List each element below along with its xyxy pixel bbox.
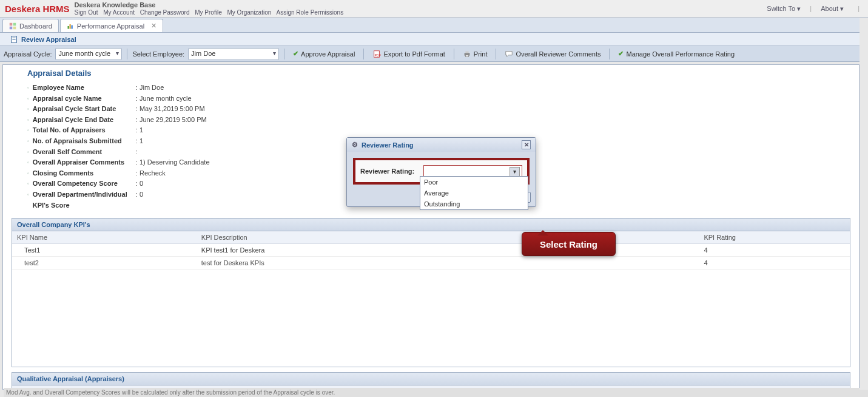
comment-icon <box>505 50 513 58</box>
detail-row: ◦Appraisal cycle Name: June month cycle <box>27 93 849 104</box>
manage-rating-button[interactable]: ✔Manage Overall Performance Rating <box>614 49 738 59</box>
switch-to-menu[interactable]: Switch To ▾ <box>767 5 801 12</box>
svg-rect-4 <box>67 26 69 29</box>
check-icon: ✔ <box>293 50 298 58</box>
tab-performance-appraisal[interactable]: Performance Appraisal ✕ <box>60 19 163 32</box>
logo-secondary: HRMS <box>42 4 69 14</box>
header-right: Switch To ▾ | About ▾ | <box>763 5 863 13</box>
reviewer-rating-combo[interactable] <box>423 165 522 177</box>
highlighted-field-frame: Reviewer Rating: Poor Average Outstandin… <box>353 158 530 185</box>
pdf-icon: PDF <box>372 50 381 58</box>
dashboard-icon <box>9 22 16 30</box>
col-kpi-name: KPI Name <box>12 231 197 244</box>
chart-icon <box>67 22 74 30</box>
cycle-label: Appraisal Cycle: <box>4 50 52 58</box>
detail-row: ◦Total No. of Appraisers: 1 <box>27 125 849 136</box>
header-title-block: Deskera Knowledge Base Sign Out My Accou… <box>75 1 348 15</box>
link-assign-role[interactable]: Assign Role Permissions <box>277 9 344 16</box>
dialog-titlebar[interactable]: ⚙ Reviewer Rating ✕ <box>347 138 536 152</box>
tab-close-icon[interactable]: ✕ <box>151 22 156 30</box>
rating-option-average[interactable]: Average <box>420 188 528 198</box>
col-kpi-rating: KPI Rating <box>699 231 850 244</box>
header-links: Sign Out My Account Change Password My P… <box>75 9 348 16</box>
svg-rect-13 <box>465 51 468 53</box>
link-sign-out[interactable]: Sign Out <box>75 9 98 16</box>
rating-option-outstanding[interactable]: Outstanding <box>420 198 528 209</box>
rating-option-poor[interactable]: Poor <box>420 177 528 188</box>
footer-note: Mod Avg. and Overall Competency Scores w… <box>4 388 868 397</box>
tab-dashboard[interactable]: Dashboard <box>2 19 59 32</box>
reviewer-rating-dropdown: Poor Average Outstanding <box>420 176 528 210</box>
link-my-profile[interactable]: My Profile <box>195 9 221 16</box>
dialog-close-button[interactable]: ✕ <box>522 140 531 149</box>
about-menu[interactable]: About ▾ <box>821 5 844 12</box>
company-kpi-table: KPI Name KPI Description KPI Weightage K… <box>12 231 850 270</box>
content-area: Appraisal Details ◦Employee Name: Jim Do… <box>2 64 860 390</box>
approve-appraisal-button[interactable]: ✔Approve Appraisal <box>289 49 358 59</box>
link-change-password[interactable]: Change Password <box>140 9 190 16</box>
link-my-account[interactable]: My Account <box>103 9 135 16</box>
reviewer-rating-dialog: ⚙ Reviewer Rating ✕ Reviewer Rating: Poo… <box>346 137 536 207</box>
subtab-bar: Review Appraisal <box>0 33 868 46</box>
table-row[interactable]: Test1KPI test1 for Deskera4 <box>12 244 850 257</box>
svg-rect-0 <box>10 22 13 25</box>
vertical-scrollbar[interactable] <box>860 18 868 390</box>
check-icon: ✔ <box>618 50 624 58</box>
svg-rect-14 <box>465 55 468 56</box>
employee-label: Select Employee: <box>132 50 184 58</box>
detail-row: ◦Appraisal Cycle Start Date: May 31,2019… <box>27 104 849 115</box>
qualitative-header: Qualitative Appraisal (Appraisers) <box>12 373 850 385</box>
svg-rect-3 <box>13 26 16 29</box>
logo-primary: Deskera <box>5 4 40 14</box>
svg-rect-6 <box>71 25 72 29</box>
export-pdf-button[interactable]: PDF Export to Pdf Format <box>369 49 448 59</box>
document-icon <box>10 35 18 44</box>
gear-icon: ⚙ <box>352 141 358 149</box>
appraisal-details-heading: Appraisal Details <box>27 69 849 78</box>
svg-text:PDF: PDF <box>375 53 382 56</box>
table-row[interactable]: test2test for Deskera KPIs4 <box>12 257 850 270</box>
col-kpi-desc: KPI Description <box>197 231 565 244</box>
subtab-review-appraisal[interactable]: Review Appraisal <box>4 33 82 46</box>
svg-rect-2 <box>10 26 13 29</box>
company-kpi-panel: Overall Company KPI's KPI Name KPI Descr… <box>12 218 850 367</box>
app-header: Deskera HRMS Deskera Knowledge Base Sign… <box>0 0 868 18</box>
kb-title: Deskera Knowledge Base <box>75 1 348 8</box>
qualitative-panel: Qualitative Appraisal (Appraisers) Quest… <box>12 372 850 389</box>
printer-icon <box>463 50 471 58</box>
employee-combo[interactable]: Jim Doe <box>188 48 279 60</box>
svg-rect-1 <box>13 22 16 25</box>
link-my-organization[interactable]: My Organization <box>227 9 271 16</box>
detail-row: ◦Employee Name: Jim Doe <box>27 83 849 93</box>
print-button[interactable]: Print <box>459 49 491 59</box>
detail-row: ◦Appraisal Cycle End Date: June 29,2019 … <box>27 115 849 126</box>
annotation-callout: Select Rating <box>522 232 616 256</box>
main-tabs: Dashboard Performance Appraisal ✕ <box>0 18 868 33</box>
svg-rect-5 <box>69 24 70 29</box>
cycle-combo[interactable]: June month cycle <box>55 48 122 60</box>
reviewer-rating-label: Reviewer Rating: <box>360 168 419 175</box>
company-kpi-header: Overall Company KPI's <box>12 219 850 231</box>
overall-reviewer-comments-button[interactable]: Overall Reviewer Comments <box>501 49 604 59</box>
action-toolbar: Appraisal Cycle: June month cycle Select… <box>0 46 868 62</box>
